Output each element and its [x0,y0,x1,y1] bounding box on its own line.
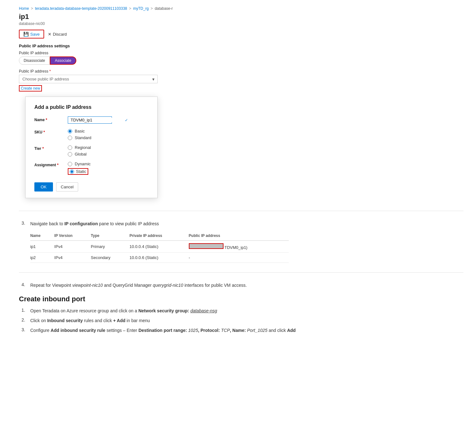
breadcrumb-template[interactable]: teradata.teradata-database-template-2020… [35,6,127,11]
inbound-step3-bold4: , Name: [230,328,247,333]
ok-button[interactable]: OK [34,182,53,192]
row2-name: ip2 [30,253,54,263]
sku-label: SKU * [34,129,63,134]
breadcrumb-sep3: > [151,6,153,11]
cancel-button[interactable]: Cancel [56,182,78,192]
sku-basic-option[interactable]: Basic [68,129,148,133]
ip-dropdown-label: Public IP address [19,69,463,74]
sku-options: Basic Standard [68,129,148,140]
step4-italic2: querygrid-nic10 [153,283,183,288]
modal-footer: OK Cancel [34,182,148,192]
public-ip-settings-label: Public IP address settings [19,44,463,48]
inbound-step2-bold1: Inbound security [47,318,83,323]
tier-label: Tier * [34,145,63,151]
inbound-step3-italic3: TCP [221,328,230,333]
section-heading-create-inbound: Create inbound port [19,295,463,303]
row2-private-ip: 10.0.0.6 (Static) [130,253,189,263]
inbound-step-2-num: 2. [19,317,25,322]
breadcrumb-sep2: > [129,6,131,11]
save-icon: 💾 [23,32,29,37]
page-subtitle: database-nic00 [19,21,463,26]
name-input-wrapper[interactable]: ✓ [68,116,112,124]
tier-options: Regional Global [68,145,148,156]
inbound-step1-bold: Network security group: [138,308,190,313]
name-input[interactable] [71,118,124,122]
row1-public-ip: TDVM0_ip1) [189,241,289,253]
inbound-step3-italic2: 1025 [188,328,198,333]
inbound-step-3-num: 3. [19,327,25,332]
breadcrumb-nic: database-r [155,6,173,11]
inbound-step-1: 1. Open Teradata on Azure resource group… [19,308,463,314]
associate-button[interactable]: Associate [50,56,76,65]
assignment-static-label: Static [76,169,86,174]
assignment-dynamic-label: Dynamic [75,162,91,166]
inbound-step-2: 2. Click on Inbound security rules and c… [19,317,463,324]
inbound-step1-italic: database-nsg [190,308,217,313]
breadcrumb-home[interactable]: Home [19,6,29,11]
tier-regional-option[interactable]: Regional [68,145,148,150]
col-private-ip: Private IP address [130,231,189,241]
divider-2 [19,272,463,273]
name-label: Name * [34,116,63,122]
step4-italic1: viewpoint-nic10 [73,283,103,288]
disassociate-button[interactable]: Disassociate [19,56,50,65]
breadcrumb: Home > teradata.teradata-database-templa… [19,6,463,11]
breadcrumb-sep1: > [31,6,33,11]
col-name: Name [30,231,54,241]
tier-global-option[interactable]: Global [68,152,148,156]
step-3-content: Navigate back to IP configuration pane t… [30,221,159,227]
assoc-group: Disassociate Associate [19,56,463,65]
assignment-options: Dynamic Static [68,162,148,175]
step-4-content: Repeat for Viewpoint viewpoint-nic10 and… [30,282,247,289]
ip-address-select[interactable]: Choose public IP address [19,75,158,83]
row1-private-ip: 10.0.0.4 (Static) [130,241,189,253]
col-ip-version: IP Version [54,231,91,241]
name-row: Name * ✓ [34,116,148,124]
inbound-step-1-content: Open Teradata on Azure resource group an… [30,308,217,314]
discard-button[interactable]: ✕ Discard [48,32,67,37]
inbound-step2-bold2: + Add [113,318,125,323]
divider-1 [19,211,463,211]
modal-title: Add a public IP address [34,104,148,110]
step-3-num: 3. [19,221,25,226]
ip-select-wrapper: Choose public IP address ▾ [19,75,158,83]
inbound-step3-italic4: Port_1025 [247,328,268,333]
row1-public-ip-suffix: TDVM0_ip1) [224,245,247,250]
inbound-step-2-content: Click on Inbound security rules and clic… [30,317,150,324]
public-ip-masked [189,243,223,249]
assignment-row: Assignment * Dynamic Static [34,162,148,175]
col-public-ip: Public IP address [189,231,289,241]
discard-icon: ✕ [48,32,51,37]
inbound-step3-bold1: Add inbound security rule [51,328,105,333]
breadcrumb-rg[interactable]: myTD_rg [133,6,148,11]
sku-standard-label: Standard [75,135,91,140]
col-type: Type [91,231,130,241]
row1-name: ip1 [30,241,54,253]
assignment-static-option[interactable]: Static [68,168,148,175]
row2-ip-version: IPv4 [54,253,91,263]
inbound-step3-bold3: , Protocol: [198,328,221,333]
discard-label: Discard [53,32,67,37]
sku-row: SKU * Basic Standard [34,129,148,140]
row2-type: Secondary [91,253,130,263]
toolbar: 💾 Save ✕ Discard [19,30,463,38]
assignment-dynamic-option[interactable]: Dynamic [68,162,148,166]
page-title: ip1 [19,13,463,21]
row2-public-ip: - [189,253,289,263]
step-4-num: 4. [19,282,25,287]
ip-config-table: Name IP Version Type Private IP address … [30,231,289,263]
create-new-link[interactable]: Create new [19,85,42,91]
name-field-content: ✓ [68,116,148,124]
table-row: ip1 IPv4 Primary 10.0.0.4 (Static) TDVM0… [30,241,289,253]
tier-row: Tier * Regional Global [34,145,148,156]
inbound-step3-bold2: Destination port range: [138,328,188,333]
check-icon: ✓ [125,118,128,122]
save-button[interactable]: 💾 Save [19,30,44,38]
table-header-row: Name IP Version Type Private IP address … [30,231,289,241]
step-3: 3. Navigate back to IP configuration pan… [19,221,463,227]
sku-standard-option[interactable]: Standard [68,135,148,140]
inbound-step-3-content: Configure Add inbound security rule sett… [30,327,296,334]
inbound-step-3: 3. Configure Add inbound security rule s… [19,327,463,334]
sku-basic-label: Basic [75,129,85,133]
tier-regional-label: Regional [75,145,91,150]
